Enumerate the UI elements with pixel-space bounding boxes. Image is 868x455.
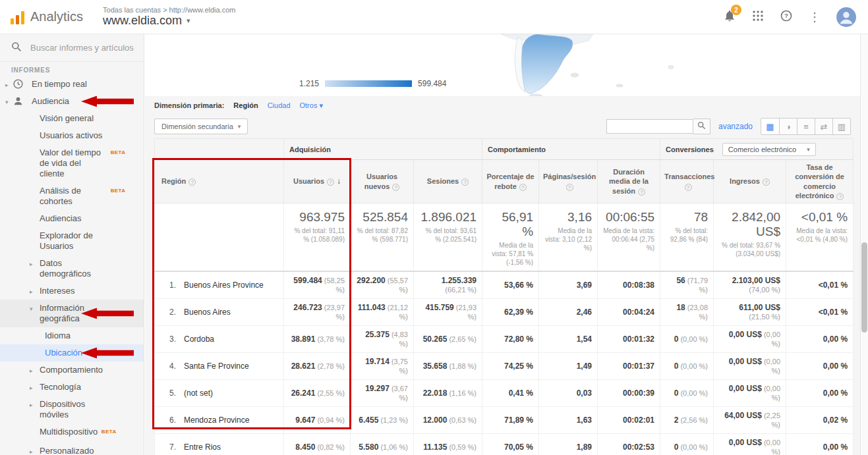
metric-cell: 0,00 % bbox=[786, 326, 854, 353]
metric-share: (21,12 %) bbox=[386, 304, 408, 321]
metric-cell: 611,00 US$ (21,50 %) bbox=[714, 299, 786, 326]
region-link[interactable]: Buenos Aires Province bbox=[184, 281, 264, 290]
table-view-icon[interactable]: ▦ bbox=[761, 119, 779, 134]
notifications-button[interactable]: 2 bbox=[723, 9, 736, 24]
sidebar-item[interactable]: Audiencias bbox=[0, 210, 144, 227]
comparison-view-icon[interactable]: ⇄ bbox=[815, 119, 832, 134]
region-link[interactable]: Buenos Aires bbox=[184, 308, 231, 317]
expand-arrow-icon[interactable]: ▸ bbox=[30, 259, 38, 269]
advanced-filter-link[interactable]: avanzado bbox=[718, 122, 753, 131]
column-header-2[interactable]: Usuarios nuevos? bbox=[351, 160, 414, 203]
column-header-3[interactable]: Sesiones? bbox=[414, 160, 482, 203]
expand-arrow-icon[interactable]: ▸ bbox=[30, 400, 38, 410]
column-header-7[interactable]: Transacciones? bbox=[660, 160, 714, 203]
expand-arrow-icon[interactable]: ▸ bbox=[30, 446, 38, 455]
sidebar-item[interactable]: Ubicación bbox=[0, 344, 144, 361]
expand-arrow-icon[interactable]: ▸ bbox=[30, 365, 38, 376]
bar-view-icon[interactable]: ≡ bbox=[797, 119, 815, 134]
column-header-region[interactable]: Región? bbox=[155, 160, 284, 203]
sort-desc-icon[interactable]: ↓ bbox=[337, 176, 341, 186]
metric-cell: 0,03 bbox=[539, 380, 598, 407]
dimension-option-2[interactable]: Ciudad bbox=[268, 101, 291, 110]
table-search-button[interactable] bbox=[693, 119, 710, 134]
pie-view-icon[interactable]: ◑ bbox=[779, 119, 797, 134]
sidebar-item-label: Idioma bbox=[45, 331, 71, 341]
metric-share: (1,16 %) bbox=[447, 389, 477, 397]
sidebar-item[interactable]: ▾ Audiencia bbox=[0, 93, 144, 110]
help-icon[interactable]: ? bbox=[836, 193, 844, 200]
sidebar-item-label: Audiencia bbox=[32, 96, 69, 106]
help-icon[interactable]: ? bbox=[392, 184, 399, 191]
region-link[interactable]: Entre Rios bbox=[184, 442, 221, 452]
sidebar-item[interactable]: ▸ Tecnología bbox=[0, 379, 144, 396]
metric-cell: 111.043 (21,12 %) bbox=[351, 299, 414, 326]
pivot-view-icon[interactable]: ▥ bbox=[832, 119, 850, 134]
metric-value: 53,66 % bbox=[504, 281, 533, 290]
sidebar-item[interactable]: Multidispositivo BETA bbox=[0, 423, 144, 442]
help-icon[interactable]: ? bbox=[763, 178, 770, 186]
expand-arrow-icon[interactable]: ▾ bbox=[30, 304, 38, 314]
help-icon[interactable]: ? bbox=[638, 188, 645, 196]
expand-arrow-icon[interactable]: ▸ bbox=[30, 286, 38, 297]
apps-grid-button[interactable] bbox=[752, 10, 764, 24]
dimension-option-3[interactable]: Otros ▾ bbox=[300, 101, 323, 110]
column-header-9[interactable]: Tasa de conversión de comercio electróni… bbox=[786, 160, 854, 203]
summary-subtext: % del total: 93,61 % (2.025.541) bbox=[419, 227, 477, 244]
row-rank: 4. bbox=[161, 361, 176, 371]
sidebar-item[interactable]: Explorador de Usuarios bbox=[0, 227, 144, 255]
vertical-scrollbar[interactable] bbox=[860, 34, 868, 455]
breadcrumb[interactable]: Todas las cuentas > http://www.eldia.com bbox=[103, 6, 235, 14]
sidebar-item[interactable]: ▾ Información geográfica bbox=[0, 300, 144, 327]
search-input[interactable] bbox=[29, 42, 138, 53]
beta-badge: BETA bbox=[111, 188, 126, 194]
metric-cell: 415.759 (21,93 %) bbox=[414, 299, 482, 326]
column-header-4[interactable]: Porcentaje de rebote? bbox=[482, 160, 539, 203]
help-button[interactable]: ? bbox=[780, 9, 793, 24]
sidebar-search[interactable] bbox=[0, 34, 144, 62]
help-icon[interactable]: ? bbox=[461, 178, 469, 186]
help-icon[interactable]: ? bbox=[519, 184, 527, 191]
help-icon[interactable]: ? bbox=[566, 184, 573, 191]
sidebar-item[interactable]: ▸ Comportamiento bbox=[0, 361, 144, 379]
more-menu-button[interactable]: ⋮ bbox=[809, 11, 821, 24]
region-link[interactable]: (not set) bbox=[184, 388, 213, 398]
region-link[interactable]: Cordoba bbox=[184, 335, 214, 344]
metric-share: (58,25 %) bbox=[322, 277, 345, 294]
column-header-5[interactable]: Páginas/sesión? bbox=[539, 160, 598, 203]
sidebar-item[interactable]: Valor del tiempo de vida del cliente BET… bbox=[0, 144, 144, 182]
sidebar-item[interactable]: Visión general bbox=[0, 110, 144, 127]
column-header-1[interactable]: Usuarios?↓ bbox=[284, 160, 351, 203]
sidebar-item[interactable]: Análisis de cohortes BETA bbox=[0, 182, 144, 210]
sidebar-item[interactable]: Usuarios activos bbox=[0, 127, 144, 144]
region-link[interactable]: Mendoza Province bbox=[184, 415, 249, 425]
person-icon bbox=[13, 95, 24, 107]
sidebar-item[interactable]: ▸ Personalizado bbox=[0, 442, 144, 455]
help-icon[interactable]: ? bbox=[327, 178, 334, 186]
conversion-type-select[interactable]: Comercio electrónico ▾ bbox=[722, 143, 816, 156]
metric-value: 2,46 bbox=[577, 308, 592, 317]
clock-icon bbox=[13, 78, 24, 90]
region-link[interactable]: Santa Fe Province bbox=[184, 361, 249, 371]
summary-value: 56,91 % bbox=[488, 210, 533, 239]
property-switcher[interactable]: www.eldia.com ▾ bbox=[103, 14, 235, 28]
dimension-option-1[interactable]: Región bbox=[233, 101, 258, 110]
sidebar-nav: ▸ En tiempo real ▾ Audiencia Visión gene… bbox=[0, 76, 144, 455]
help-icon[interactable]: ? bbox=[685, 184, 692, 191]
expand-arrow-icon[interactable]: ▸ bbox=[30, 383, 38, 393]
column-label: Región bbox=[161, 177, 186, 185]
sidebar-item[interactable]: ▸ Intereses bbox=[0, 282, 144, 300]
sidebar-item[interactable]: ▸ En tiempo real bbox=[0, 76, 144, 93]
sidebar-item[interactable]: Idioma bbox=[0, 327, 144, 344]
scrollbar-thumb[interactable] bbox=[861, 242, 867, 333]
sidebar-item[interactable]: ▸ Datos demográficos bbox=[0, 255, 144, 282]
avatar[interactable] bbox=[836, 7, 856, 27]
secondary-dimension-button[interactable]: Dimensión secundaria ▾ bbox=[154, 119, 248, 134]
column-header-8[interactable]: Ingresos? bbox=[714, 160, 786, 203]
help-icon[interactable]: ? bbox=[188, 178, 196, 186]
analytics-logo-icon[interactable] bbox=[11, 10, 24, 24]
metric-value: 5.580 bbox=[359, 442, 378, 452]
table-search-input[interactable] bbox=[606, 119, 693, 134]
column-header-6[interactable]: Duración media de la sesión? bbox=[598, 160, 660, 203]
sidebar-item[interactable]: ▸ Dispositivos móviles bbox=[0, 396, 144, 423]
summary-cell-4: 56,91 %Media de la vista: 57,81 % (-1,56… bbox=[482, 203, 539, 272]
